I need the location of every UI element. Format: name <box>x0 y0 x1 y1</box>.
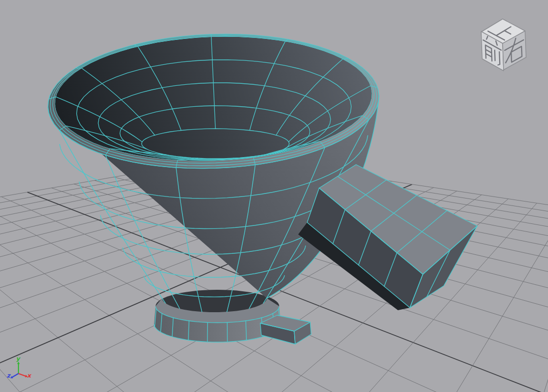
wireframe-edge <box>227 323 228 342</box>
wireframe-edge <box>207 323 208 342</box>
viewport-canvas[interactable]: yxz <box>0 0 548 392</box>
viewport[interactable]: yxz <box>0 0 548 392</box>
